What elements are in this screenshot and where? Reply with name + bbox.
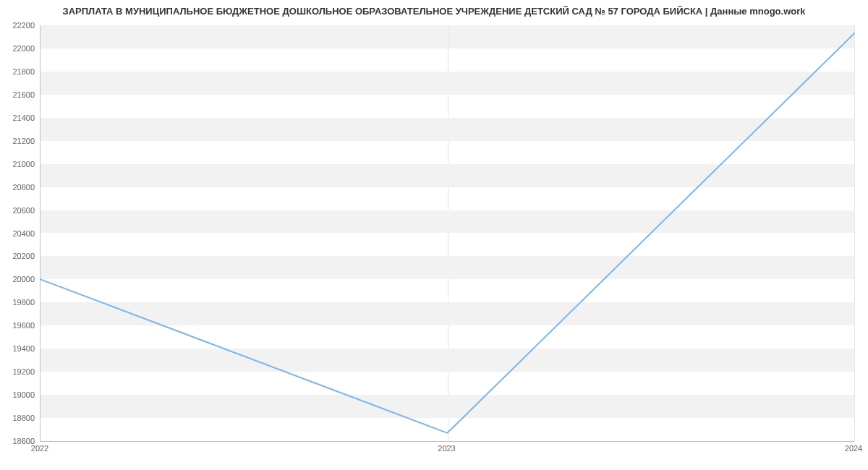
plot-area xyxy=(40,25,854,442)
x-gridline xyxy=(854,25,855,441)
y-tick-label: 19000 xyxy=(12,390,35,399)
y-tick-label: 21400 xyxy=(12,114,35,122)
y-tick-label: 20000 xyxy=(12,275,35,283)
y-tick-label: 19600 xyxy=(12,321,35,330)
x-tick-label: 2024 xyxy=(845,444,862,453)
y-tick-label: 21200 xyxy=(12,137,35,145)
y-tick-label: 19800 xyxy=(12,298,35,307)
y-tick-label: 20200 xyxy=(12,252,35,260)
y-tick-label: 20800 xyxy=(12,183,35,192)
y-tick-label: 21600 xyxy=(12,90,35,99)
y-tick-label: 18800 xyxy=(12,414,35,422)
y-tick-label: 20400 xyxy=(12,229,35,238)
y-tick-label: 20600 xyxy=(12,206,35,215)
chart-title: ЗАРПЛАТА В МУНИЦИПАЛЬНОЕ БЮДЖЕТНОЕ ДОШКО… xyxy=(0,6,868,17)
y-tick-label: 19400 xyxy=(12,344,35,353)
x-tick-label: 2023 xyxy=(438,444,455,453)
y-tick-label: 21000 xyxy=(12,160,35,168)
y-tick-label: 22000 xyxy=(12,44,35,53)
y-tick-label: 22200 xyxy=(12,21,35,30)
series-line xyxy=(41,33,854,433)
line-svg xyxy=(41,25,854,441)
y-tick-label: 19200 xyxy=(12,367,35,376)
x-tick-label: 2022 xyxy=(31,444,48,453)
y-tick-label: 21800 xyxy=(12,67,35,76)
salary-line-chart: ЗАРПЛАТА В МУНИЦИПАЛЬНОЕ БЮДЖЕТНОЕ ДОШКО… xyxy=(0,0,868,470)
